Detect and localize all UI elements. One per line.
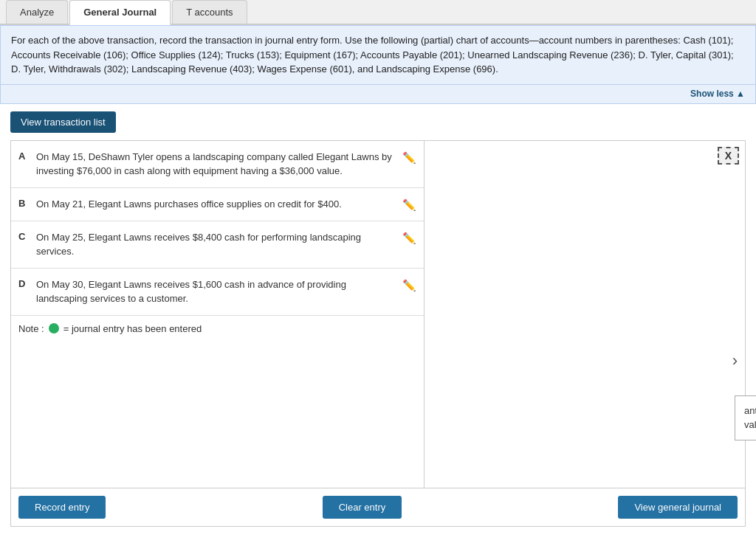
edit-icon-c[interactable]: ✏️	[402, 230, 416, 245]
table-row: C On May 25, Elegant Lawns receives $8,4…	[11, 221, 424, 269]
note-suffix: = journal entry has been entered	[63, 323, 202, 334]
txn-text-c: On May 25, Elegant Lawns receives $8,400…	[36, 230, 395, 259]
txn-text-a: On May 15, DeShawn Tyler opens a landsca…	[36, 150, 395, 179]
layout-row: A On May 15, DeShawn Tyler opens a lands…	[11, 141, 745, 488]
show-less-bar: Show less ▲	[0, 85, 756, 104]
txn-letter-c: C	[18, 230, 29, 242]
edit-icon-b[interactable]: ✏️	[402, 197, 416, 212]
record-entry-button[interactable]: Record entry	[18, 496, 106, 519]
edit-icon-d[interactable]: ✏️	[402, 277, 416, 292]
txn-text-b: On May 21, Elegant Lawns purchases offic…	[36, 197, 395, 212]
note-prefix: Note :	[18, 323, 44, 334]
txn-letter-a: A	[18, 150, 29, 162]
table-row: D On May 30, Elegant Lawns receives $1,6…	[11, 269, 424, 316]
info-box: For each of the above transaction, recor…	[0, 25, 756, 85]
txn-text-d: On May 30, Elegant Lawns receives $1,600…	[36, 277, 395, 306]
txn-letter-d: D	[18, 277, 29, 289]
tab-analyze[interactable]: Analyze	[6, 0, 68, 24]
bottom-buttons-bar: Record entry Clear entry View general jo…	[11, 488, 745, 526]
txn-letter-b: B	[18, 197, 29, 209]
transaction-description-overlay: ant Lawnsvalue.	[735, 395, 756, 440]
table-row: B On May 21, Elegant Lawns purchases off…	[11, 188, 424, 221]
clear-entry-button[interactable]: Clear entry	[323, 496, 402, 519]
green-dot-icon	[49, 323, 59, 333]
view-general-journal-button[interactable]: View general journal	[618, 496, 738, 519]
show-less-link[interactable]: Show less ▲	[690, 89, 745, 99]
edit-icon-a[interactable]: ✏️	[402, 150, 416, 165]
tab-general-journal[interactable]: General Journal	[69, 0, 171, 25]
overlay-text: ant Lawnsvalue.	[744, 405, 756, 431]
tabs-bar: Analyze General Journal T accounts	[0, 0, 756, 25]
view-transaction-list-button[interactable]: View transaction list	[10, 111, 116, 133]
transaction-list: A On May 15, DeShawn Tyler opens a lands…	[11, 141, 425, 488]
tab-t-accounts[interactable]: T accounts	[172, 0, 247, 24]
table-row: A On May 15, DeShawn Tyler opens a lands…	[11, 141, 424, 188]
note-row: Note : = journal entry has been entered	[11, 316, 424, 342]
right-area: › ant Lawnsvalue. Credit	[425, 141, 745, 488]
chevron-right-icon[interactable]: ›	[732, 351, 738, 370]
main-panel: X A On May 15, DeShawn Tyler opens a lan…	[10, 140, 746, 527]
